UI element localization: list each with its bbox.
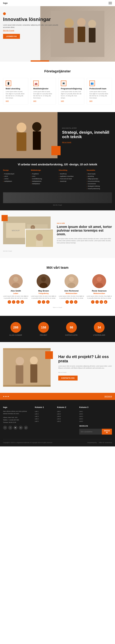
team-avatar-img-2: [64, 274, 78, 288]
svg-rect-4: [78, 27, 85, 42]
team-role-3: Webbutvecklare: [87, 292, 112, 294]
facebook-icon[interactable]: f: [38, 300, 41, 304]
team-role-0: Ledare: [3, 292, 29, 294]
stat-label-2: KOPPAR KAFFE: [59, 334, 84, 336]
footer-terms-link[interactable]: Villkor för användning: [99, 442, 112, 443]
linkedin-icon[interactable]: in: [100, 300, 103, 304]
footer-grid: logo Nam ultrices ultrices nec tortor pu…: [3, 406, 112, 434]
footer-link[interactable]: Link 1: [35, 410, 54, 413]
footer-link[interactable]: Link 5: [79, 420, 112, 422]
contact-strip-link[interactable]: SKICKA IN: [104, 396, 112, 397]
hero-cta-button[interactable]: LÄSMER NU: [3, 34, 20, 39]
footer-link[interactable]: Link 5: [57, 420, 76, 422]
footer-link[interactable]: Link 4: [57, 418, 76, 420]
services-col-brand: Varumärke Brand equity grundning Målgrup…: [87, 169, 112, 190]
services-col-brand-list: Brand equity grundning Målgruppsanalys K…: [87, 173, 112, 190]
what-label: VAD VI GÖR: [57, 222, 112, 224]
footer-bottom: Copyright © 2024 is a registered tradema…: [3, 439, 112, 443]
project-cta-button[interactable]: KONTAKTA OSS: [58, 376, 78, 380]
team-social-2: f t in: [59, 300, 84, 304]
footer-email-input[interactable]: [79, 429, 102, 434]
footer-link[interactable]: Link 2: [57, 413, 76, 415]
footer-link[interactable]: Link 3: [35, 415, 54, 418]
what-inner: MOCKUP C CUBIKEN Bild från Freepik: [3, 216, 112, 252]
service-link-3[interactable]: MER: [89, 100, 109, 102]
facebook-icon[interactable]: f: [91, 300, 94, 304]
svg-point-32: [97, 277, 102, 282]
stat-item-1: 158 PROJEKT: [31, 322, 57, 336]
footer-link[interactable]: Link 1: [79, 410, 112, 413]
footer-link[interactable]: Link 5: [35, 420, 54, 422]
team-photo-0: [9, 274, 23, 288]
svg-text:MOCKUP: MOCKUP: [12, 230, 20, 232]
service-desc-1: Lorem ipsum dolor sit amet, Duis diglis …: [33, 91, 53, 99]
footer-privacy-link[interactable]: Integritetspolicy: [87, 442, 97, 443]
hero-accent-dot: [3, 12, 6, 15]
footer-subscribe-button[interactable]: SKICKA IN: [102, 429, 112, 434]
footer-subscribe-label: SKICKA IN: [79, 425, 112, 427]
what-left: MOCKUP C CUBIKEN Bild från Freepik: [3, 216, 51, 252]
list-item: Innehållslösning: [31, 178, 57, 180]
footer-pinterest-icon[interactable]: p: [24, 426, 28, 430]
linkedin-icon[interactable]: in: [16, 300, 20, 304]
footer-linkedin-icon[interactable]: in: [19, 426, 23, 430]
service-link-0[interactable]: MER: [6, 100, 26, 102]
twitter-icon[interactable]: t: [42, 300, 45, 304]
footer-twitter-icon[interactable]: t: [8, 426, 12, 430]
footer-hours-value: 09:00-21:00: [9, 422, 16, 423]
team-social-3: f t in ▶: [87, 300, 112, 304]
footer-phone-value: +1 (516) 567-800: [8, 419, 19, 421]
service-card-1: 🚗 Mobilitetstjänster Lorem ipsum dolor s…: [31, 78, 56, 104]
linkedin-icon[interactable]: in: [74, 300, 77, 304]
footer-link[interactable]: Link 2: [35, 413, 54, 415]
hamburger-menu[interactable]: [109, 2, 112, 4]
footer-link[interactable]: Link 1: [57, 410, 76, 413]
services-title: Företagstjänster: [3, 69, 112, 73]
services-grid: 📱 Mobil utveckling Lorem ipsum dolor sit…: [3, 78, 112, 104]
stat-circle-3: 34: [94, 322, 105, 333]
team-card-2: Ann Richmond Webbutvecklare Lorem ipsum …: [59, 274, 84, 304]
twitter-icon[interactable]: t: [12, 300, 15, 304]
service-title-3: Professionellt team: [89, 88, 109, 90]
twitter-icon[interactable]: t: [95, 300, 99, 304]
team-desc-1: Lorem ipsum dolor sit amet, Duis diglis …: [31, 295, 57, 299]
svg-point-10: [32, 122, 41, 131]
footer-link[interactable]: Link 4: [79, 418, 112, 420]
linkedin-icon[interactable]: in: [46, 300, 50, 304]
service-link-2[interactable]: MER: [61, 100, 82, 102]
team-role-2: Webbutvecklare: [59, 292, 84, 294]
footer-brand-title: logo: [3, 406, 32, 408]
footer-facebook-icon[interactable]: f: [3, 426, 7, 430]
footer-phone-label: Telefon:: [3, 419, 8, 421]
footer-hours-label: Timmav:: [3, 422, 8, 423]
team-name-3: Roxie Swanson: [87, 290, 112, 292]
agency-illustration: [0, 112, 58, 158]
service-title-1: Mobilitetstjänster: [33, 88, 53, 90]
project-photo-credit: Bild av Freepik: [58, 372, 112, 373]
agency-photo-credit[interactable]: Bild av Freepik: [62, 142, 111, 143]
list-item: Målgruppsanalys: [87, 178, 112, 180]
footer-link[interactable]: Link 2: [79, 413, 112, 415]
footer-link[interactable]: Link 3: [79, 415, 112, 418]
service-link-1[interactable]: MER: [33, 100, 53, 102]
svg-rect-6: [89, 28, 96, 42]
service-icon-0: 📱: [6, 80, 11, 86]
facebook-icon[interactable]: f: [8, 300, 11, 304]
youtube-icon[interactable]: ▶: [104, 300, 107, 304]
footer-policy-links: Integritetspolicy Villkor för användning: [87, 442, 112, 443]
footer-youtube-icon[interactable]: ▶: [13, 426, 17, 430]
list-item: Projektörer: [31, 173, 57, 175]
hero-photo-credit[interactable]: Bild från Freepik: [3, 30, 63, 32]
list-item: Front-end och back: [59, 178, 84, 180]
agency-title: Strategi, design, innehåll och teknik: [62, 130, 111, 139]
footer-link[interactable]: Link 3: [57, 415, 76, 418]
svg-point-23: [13, 277, 18, 282]
footer-link[interactable]: Link 4: [35, 418, 54, 420]
agency-right: DIN DIGITAL BYRÅ Strategi, design, inneh…: [58, 112, 115, 158]
team-photo-credit: Bilder av Freepik: [3, 307, 112, 308]
service-card-0: 📱 Mobil utveckling Lorem ipsum dolor sit…: [3, 78, 28, 104]
twitter-icon[interactable]: t: [70, 300, 73, 304]
footer-copyright: Copyright © 2024 is a registered tradema…: [3, 442, 53, 443]
youtube-icon[interactable]: ▶: [21, 300, 24, 304]
facebook-icon[interactable]: f: [65, 300, 69, 304]
